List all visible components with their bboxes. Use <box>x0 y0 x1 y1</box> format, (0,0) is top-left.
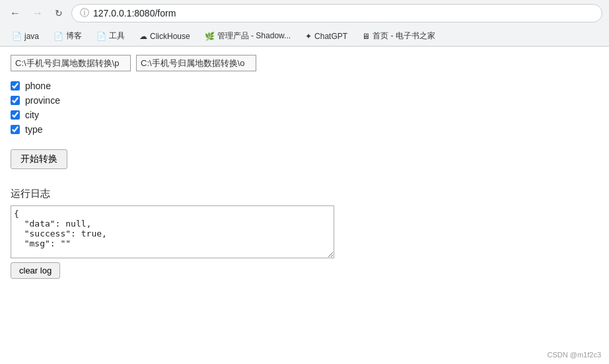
bookmarks-bar: 📄java📄博客📄工具☁ClickHouse🌿管理产品 - Shadow...✦… <box>0 26 609 46</box>
checkbox-label-type: type <box>25 124 42 135</box>
bookmark-icon-chatgpt: ✦ <box>305 32 312 41</box>
bookmark-icon-tools: 📄 <box>96 32 106 41</box>
page-content: phoneprovincecitytype 开始转换 运行日志 clear lo… <box>0 47 609 287</box>
back-button[interactable]: ← <box>7 6 24 20</box>
bookmark-label-manage: 管理产品 - Shadow... <box>217 30 291 42</box>
checkbox-label-city: city <box>25 110 39 120</box>
checkbox-province[interactable] <box>11 96 20 105</box>
bookmark-label-tools: 工具 <box>109 30 125 42</box>
bookmark-icon-manage: 🌿 <box>205 32 215 41</box>
checkbox-row-type: type <box>11 124 598 135</box>
reload-button[interactable]: ↻ <box>52 7 66 20</box>
convert-button[interactable]: 开始转换 <box>11 149 67 169</box>
address-bar[interactable]: ⓘ 127.0.0.1:8080/form <box>71 4 602 22</box>
nav-bar: ← → ↻ ⓘ 127.0.0.1:8080/form <box>0 0 609 26</box>
checkbox-city[interactable] <box>11 110 20 120</box>
bookmark-icon-blog: 📄 <box>54 32 63 41</box>
bookmark-label-clickhouse: ClickHouse <box>150 32 190 41</box>
bookmark-label-chatgpt: ChatGPT <box>314 32 347 41</box>
bookmark-item-manage[interactable]: 🌿管理产品 - Shadow... <box>199 29 296 43</box>
checkbox-row-phone: phone <box>11 81 598 91</box>
log-textarea[interactable] <box>11 205 334 258</box>
url-text: 127.0.0.1:8080/form <box>93 8 176 18</box>
bookmark-item-ebook[interactable]: 🖥首页 - 电子书之家 <box>357 29 441 43</box>
bookmark-label-blog: 博客 <box>66 30 82 42</box>
checkbox-label-phone: phone <box>25 81 51 91</box>
bookmark-icon-ebook: 🖥 <box>362 32 370 41</box>
log-section: 运行日志 clear log <box>11 188 598 279</box>
bookmark-item-blog[interactable]: 📄博客 <box>48 29 87 43</box>
file-input-input1[interactable] <box>11 55 131 71</box>
file-inputs-row <box>11 55 598 71</box>
forward-button[interactable]: → <box>29 6 46 20</box>
bookmark-item-tools[interactable]: 📄工具 <box>91 29 130 43</box>
checkbox-phone[interactable] <box>11 81 20 91</box>
browser-chrome: ← → ↻ ⓘ 127.0.0.1:8080/form 📄java📄博客📄工具☁… <box>0 0 609 47</box>
info-icon: ⓘ <box>80 7 89 19</box>
log-title: 运行日志 <box>11 188 598 200</box>
checkboxes-container: phoneprovincecitytype <box>11 81 598 135</box>
checkbox-type[interactable] <box>11 125 20 134</box>
file-input-input2[interactable] <box>136 55 256 71</box>
bookmark-item-chatgpt[interactable]: ✦ChatGPT <box>300 30 353 42</box>
bookmark-icon-clickhouse: ☁ <box>139 32 147 41</box>
checkbox-row-province: province <box>11 95 598 106</box>
bookmark-label-java: java <box>24 32 39 41</box>
bookmark-icon-java: 📄 <box>12 32 22 41</box>
checkbox-label-province: province <box>25 95 60 106</box>
bookmark-label-ebook: 首页 - 电子书之家 <box>373 30 435 42</box>
clear-log-button[interactable]: clear log <box>11 262 60 279</box>
bookmark-item-java[interactable]: 📄java <box>7 30 44 42</box>
checkbox-row-city: city <box>11 110 598 120</box>
bookmark-item-clickhouse[interactable]: ☁ClickHouse <box>134 30 196 42</box>
